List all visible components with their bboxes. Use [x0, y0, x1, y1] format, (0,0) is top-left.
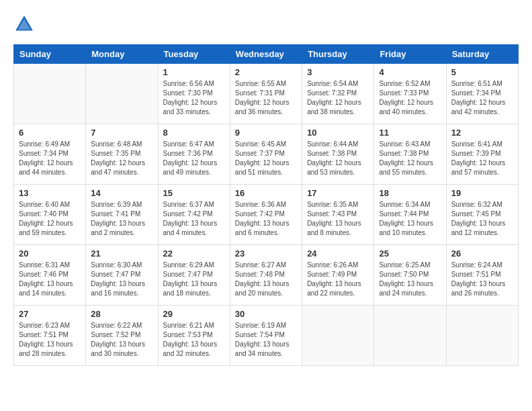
day-number: 4: [379, 67, 441, 77]
day-info: Sunrise: 6:36 AM Sunset: 7:42 PM Dayligh…: [235, 200, 297, 238]
day-cell-8: 8Sunrise: 6:47 AM Sunset: 7:36 PM Daylig…: [158, 124, 230, 185]
day-cell-18: 18Sunrise: 6:34 AM Sunset: 7:44 PM Dayli…: [374, 185, 446, 245]
day-info: Sunrise: 6:45 AM Sunset: 7:37 PM Dayligh…: [235, 140, 297, 177]
day-cell-27: 27Sunrise: 6:23 AM Sunset: 7:51 PM Dayli…: [14, 306, 86, 366]
day-info: Sunrise: 6:49 AM Sunset: 7:34 PM Dayligh…: [19, 140, 81, 177]
day-info: Sunrise: 6:26 AM Sunset: 7:49 PM Dayligh…: [307, 261, 369, 298]
day-number: 24: [307, 248, 369, 259]
day-info: Sunrise: 6:40 AM Sunset: 7:40 PM Dayligh…: [19, 200, 81, 238]
header-friday: Friday: [374, 45, 446, 64]
empty-cell: [446, 306, 518, 366]
day-info: Sunrise: 6:30 AM Sunset: 7:47 PM Dayligh…: [91, 261, 152, 298]
week-row-4: 27Sunrise: 6:23 AM Sunset: 7:51 PM Dayli…: [14, 306, 519, 366]
logo-icon: [13, 13, 35, 35]
day-cell-4: 4Sunrise: 6:52 AM Sunset: 7:33 PM Daylig…: [374, 64, 446, 124]
day-number: 16: [235, 188, 297, 198]
day-info: Sunrise: 6:37 AM Sunset: 7:42 PM Dayligh…: [163, 200, 225, 238]
day-number: 5: [451, 67, 513, 77]
day-cell-21: 21Sunrise: 6:30 AM Sunset: 7:47 PM Dayli…: [86, 245, 158, 306]
day-info: Sunrise: 6:24 AM Sunset: 7:51 PM Dayligh…: [451, 261, 513, 298]
day-info: Sunrise: 6:52 AM Sunset: 7:33 PM Dayligh…: [379, 79, 441, 117]
day-info: Sunrise: 6:19 AM Sunset: 7:54 PM Dayligh…: [235, 321, 297, 359]
day-number: 3: [307, 67, 369, 77]
day-number: 26: [451, 248, 513, 259]
day-number: 9: [235, 128, 297, 138]
day-cell-22: 22Sunrise: 6:29 AM Sunset: 7:47 PM Dayli…: [158, 245, 230, 306]
day-info: Sunrise: 6:39 AM Sunset: 7:41 PM Dayligh…: [91, 200, 152, 238]
header-wednesday: Wednesday: [230, 45, 302, 64]
day-number: 29: [163, 309, 225, 319]
empty-cell: [374, 306, 446, 366]
day-cell-26: 26Sunrise: 6:24 AM Sunset: 7:51 PM Dayli…: [446, 245, 518, 306]
day-cell-29: 29Sunrise: 6:21 AM Sunset: 7:53 PM Dayli…: [158, 306, 230, 366]
day-number: 25: [379, 248, 441, 259]
day-number: 14: [91, 188, 152, 198]
day-cell-30: 30Sunrise: 6:19 AM Sunset: 7:54 PM Dayli…: [230, 306, 302, 366]
day-cell-1: 1Sunrise: 6:56 AM Sunset: 7:30 PM Daylig…: [158, 64, 230, 124]
day-info: Sunrise: 6:43 AM Sunset: 7:38 PM Dayligh…: [379, 140, 441, 177]
day-number: 20: [19, 248, 81, 259]
day-cell-6: 6Sunrise: 6:49 AM Sunset: 7:34 PM Daylig…: [14, 124, 86, 185]
empty-cell: [14, 64, 86, 124]
day-cell-7: 7Sunrise: 6:48 AM Sunset: 7:35 PM Daylig…: [86, 124, 158, 185]
day-cell-14: 14Sunrise: 6:39 AM Sunset: 7:41 PM Dayli…: [86, 185, 158, 245]
week-row-1: 6Sunrise: 6:49 AM Sunset: 7:34 PM Daylig…: [14, 124, 519, 185]
day-number: 1: [163, 67, 225, 77]
day-cell-15: 15Sunrise: 6:37 AM Sunset: 7:42 PM Dayli…: [158, 185, 230, 245]
day-number: 6: [19, 128, 81, 138]
day-cell-11: 11Sunrise: 6:43 AM Sunset: 7:38 PM Dayli…: [374, 124, 446, 185]
day-info: Sunrise: 6:51 AM Sunset: 7:34 PM Dayligh…: [451, 79, 513, 117]
day-number: 7: [91, 128, 152, 138]
header-saturday: Saturday: [446, 45, 518, 64]
day-number: 27: [19, 309, 81, 319]
day-cell-28: 28Sunrise: 6:22 AM Sunset: 7:52 PM Dayli…: [86, 306, 158, 366]
day-info: Sunrise: 6:27 AM Sunset: 7:48 PM Dayligh…: [235, 261, 297, 298]
day-cell-9: 9Sunrise: 6:45 AM Sunset: 7:37 PM Daylig…: [230, 124, 302, 185]
day-info: Sunrise: 6:56 AM Sunset: 7:30 PM Dayligh…: [163, 79, 225, 117]
day-number: 17: [307, 188, 369, 198]
day-cell-19: 19Sunrise: 6:32 AM Sunset: 7:45 PM Dayli…: [446, 185, 518, 245]
header-monday: Monday: [86, 45, 158, 64]
day-info: Sunrise: 6:48 AM Sunset: 7:35 PM Dayligh…: [91, 140, 152, 177]
day-number: 18: [379, 188, 441, 198]
day-info: Sunrise: 6:29 AM Sunset: 7:47 PM Dayligh…: [163, 261, 225, 298]
week-row-3: 20Sunrise: 6:31 AM Sunset: 7:46 PM Dayli…: [14, 245, 519, 306]
day-number: 21: [91, 248, 152, 259]
header: [13, 13, 519, 35]
day-info: Sunrise: 6:31 AM Sunset: 7:46 PM Dayligh…: [19, 261, 81, 298]
day-cell-3: 3Sunrise: 6:54 AM Sunset: 7:32 PM Daylig…: [302, 64, 374, 124]
day-number: 30: [235, 309, 297, 319]
day-cell-17: 17Sunrise: 6:35 AM Sunset: 7:43 PM Dayli…: [302, 185, 374, 245]
logo: [13, 13, 38, 35]
day-cell-5: 5Sunrise: 6:51 AM Sunset: 7:34 PM Daylig…: [446, 64, 518, 124]
week-row-0: 1Sunrise: 6:56 AM Sunset: 7:30 PM Daylig…: [14, 64, 519, 124]
day-info: Sunrise: 6:44 AM Sunset: 7:38 PM Dayligh…: [307, 140, 369, 177]
day-info: Sunrise: 6:32 AM Sunset: 7:45 PM Dayligh…: [451, 200, 513, 238]
day-number: 28: [91, 309, 152, 319]
header-tuesday: Tuesday: [158, 45, 230, 64]
day-cell-20: 20Sunrise: 6:31 AM Sunset: 7:46 PM Dayli…: [14, 245, 86, 306]
day-number: 19: [451, 188, 513, 198]
header-sunday: Sunday: [14, 45, 86, 64]
calendar-header-row: SundayMondayTuesdayWednesdayThursdayFrid…: [14, 45, 519, 64]
day-number: 8: [163, 128, 225, 138]
day-cell-25: 25Sunrise: 6:25 AM Sunset: 7:50 PM Dayli…: [374, 245, 446, 306]
day-number: 15: [163, 188, 225, 198]
day-number: 22: [163, 248, 225, 259]
day-info: Sunrise: 6:47 AM Sunset: 7:36 PM Dayligh…: [163, 140, 225, 177]
day-info: Sunrise: 6:55 AM Sunset: 7:31 PM Dayligh…: [235, 79, 297, 117]
day-info: Sunrise: 6:23 AM Sunset: 7:51 PM Dayligh…: [19, 321, 81, 359]
day-cell-13: 13Sunrise: 6:40 AM Sunset: 7:40 PM Dayli…: [14, 185, 86, 245]
day-info: Sunrise: 6:35 AM Sunset: 7:43 PM Dayligh…: [307, 200, 369, 238]
day-info: Sunrise: 6:22 AM Sunset: 7:52 PM Dayligh…: [91, 321, 152, 359]
day-cell-16: 16Sunrise: 6:36 AM Sunset: 7:42 PM Dayli…: [230, 185, 302, 245]
day-info: Sunrise: 6:41 AM Sunset: 7:39 PM Dayligh…: [451, 140, 513, 177]
week-row-2: 13Sunrise: 6:40 AM Sunset: 7:40 PM Dayli…: [14, 185, 519, 245]
day-number: 12: [451, 128, 513, 138]
page: SundayMondayTuesdayWednesdayThursdayFrid…: [0, 0, 532, 373]
day-info: Sunrise: 6:34 AM Sunset: 7:44 PM Dayligh…: [379, 200, 441, 238]
header-thursday: Thursday: [302, 45, 374, 64]
day-cell-23: 23Sunrise: 6:27 AM Sunset: 7:48 PM Dayli…: [230, 245, 302, 306]
day-number: 11: [379, 128, 441, 138]
day-number: 23: [235, 248, 297, 259]
